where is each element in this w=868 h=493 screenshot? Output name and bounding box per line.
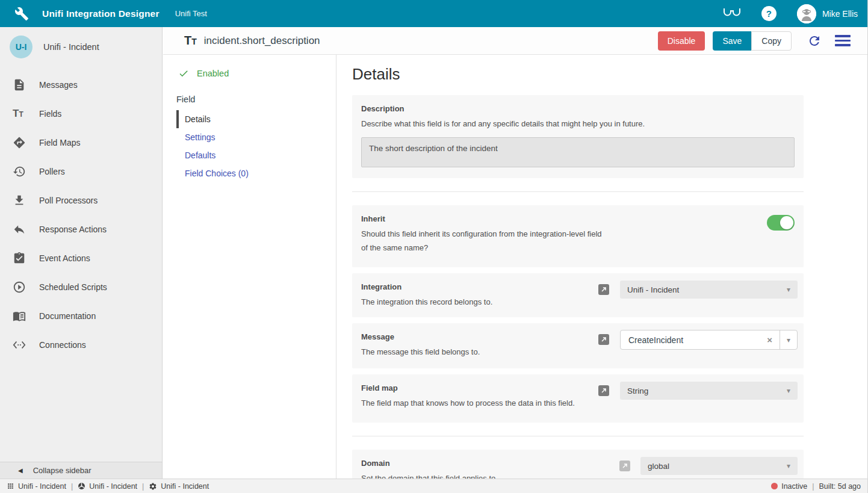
integration-select[interactable]: Unifi - Incident ▾ [620,281,798,299]
top-navbar: Unifi Integration Designer Unifi Test ? … [0,0,867,27]
domain-select[interactable]: global ▾ [640,457,798,475]
record-header: TT incident.short_description Disable Sa… [163,27,867,55]
section-divider [352,436,804,436]
description-help: Describe what this field is for and any … [361,117,698,130]
code-brackets-icon [13,338,26,352]
sidebar-item-connections[interactable]: Connections [0,330,162,359]
integration-card: Integration The integration this record … [352,273,804,317]
app-window: Unifi Integration Designer Unifi Test ? … [0,0,868,493]
integration-name: Unifi - Incident [43,42,99,52]
statusbar-breadcrumb-2[interactable]: Unifi - Incident [78,482,137,491]
message-card: Message The message this field belongs t… [352,323,804,368]
page-title: Details [352,65,804,84]
inherit-toggle[interactable] [767,215,795,231]
inactive-label: Inactive [781,482,807,491]
sidebar-item-fields[interactable]: TT Fields [0,99,162,128]
play-circle-icon [13,281,26,294]
environment-label[interactable]: Unifi Test [175,9,207,18]
enabled-status: Enabled [163,64,336,82]
sidebar-menu: Messages TT Fields Field Maps Pollers Po… [0,67,162,359]
statusbar-breadcrumb-3[interactable]: Unifi - Incident [149,482,209,491]
statusbar-breadcrumb-1[interactable]: Unifi - Incident [7,482,66,491]
collapse-sidebar-button[interactable]: ◀ Collapse sidebar [0,462,162,479]
grid-icon [7,482,14,490]
sidebar-item-response-actions[interactable]: Response Actions [0,215,162,244]
open-reference-icon[interactable] [598,385,609,396]
help-icon[interactable]: ? [761,6,777,21]
inherit-label: Inherit [361,214,795,223]
inherit-card: Inherit Should this field inherit its co… [352,205,804,267]
gear-icon [149,482,157,491]
open-reference-icon[interactable] [598,334,609,345]
subnav-item-settings[interactable]: Settings [176,128,336,146]
chevron-down-icon[interactable]: ▾ [780,330,797,349]
description-textarea[interactable]: The short description of the incident [361,137,795,167]
integration-avatar: U-I [10,36,33,58]
reply-icon [13,223,26,236]
download-icon [13,194,26,207]
subnav-item-details[interactable]: Details [176,110,336,128]
subnav-item-defaults[interactable]: Defaults [176,146,336,164]
app-title: Unifi Integration Designer [42,8,160,19]
description-label: Description [361,104,795,113]
collapse-arrow-icon: ◀ [18,467,23,474]
sidebar: U-I Unifi - Incident Messages TT Fields … [0,27,163,479]
details-form: Details Description Describe what this f… [336,55,867,479]
glasses-icon[interactable] [723,7,741,20]
section-divider [352,191,804,192]
copy-button[interactable]: Copy [751,31,792,51]
text-field-type-icon: TT [184,34,197,48]
refresh-icon[interactable] [807,34,822,48]
collapse-sidebar-label: Collapse sidebar [33,466,91,475]
disable-button[interactable]: Disable [658,31,705,51]
record-title: incident.short_description [204,35,320,47]
inherit-help-line2: of the same name? [361,241,698,254]
history-icon [13,165,26,178]
open-reference-icon[interactable] [598,284,609,295]
assignment-check-icon [13,252,26,265]
chevron-down-icon: ▾ [787,386,790,395]
inherit-help-line1: Should this field inherit its configurat… [361,228,698,240]
field-map-card: Field map The field map that knows how t… [352,374,804,423]
enabled-label: Enabled [197,69,229,78]
save-button[interactable]: Save [713,31,751,51]
chevron-down-icon: ▾ [787,285,790,294]
subnav-section-field: Field [176,92,336,107]
sidebar-item-poll-processors[interactable]: Poll Processors [0,186,162,215]
built-label: Built: 5d ago [819,482,861,491]
subnav-item-field-choices[interactable]: Field Choices (0) [176,164,336,182]
text-format-icon: TT [13,108,26,120]
toggle-knob [780,216,793,229]
sidebar-item-documentation[interactable]: Documentation [0,302,162,330]
sidebar-item-messages[interactable]: Messages [0,70,162,99]
inactive-status-icon [771,483,778,489]
chevron-down-icon: ▾ [787,462,790,470]
status-bar: Unifi - Incident | Unifi - Incident | Un… [0,479,867,493]
sidebar-item-field-maps[interactable]: Field Maps [0,128,162,157]
user-avatar[interactable] [797,4,816,23]
field-map-diamond-icon [13,136,26,149]
sidebar-item-scheduled-scripts[interactable]: Scheduled Scripts [0,273,162,302]
build-status: Inactive [771,482,807,491]
field-map-select[interactable]: String ▾ [620,382,798,400]
hamburger-menu-icon[interactable] [835,35,851,46]
main-content: Enabled Field Details Settings Defaults … [163,55,867,479]
user-name[interactable]: Mike Ellis [822,9,858,19]
book-icon [13,309,26,323]
check-icon [178,68,189,79]
sidebar-item-event-actions[interactable]: Event Actions [0,244,162,273]
record-subnav: Enabled Field Details Settings Defaults … [163,55,336,479]
sidebar-integration-header[interactable]: U-I Unifi - Incident [0,27,162,67]
open-reference-icon [619,460,630,471]
wrench-icon [14,7,29,21]
clear-icon[interactable]: × [760,335,780,345]
wheel-icon [78,482,85,490]
document-icon [13,78,26,91]
sidebar-item-pollers[interactable]: Pollers [0,157,162,186]
message-combobox[interactable]: CreateIncident × ▾ [620,330,798,350]
description-card: Description Describe what this field is … [352,95,804,178]
